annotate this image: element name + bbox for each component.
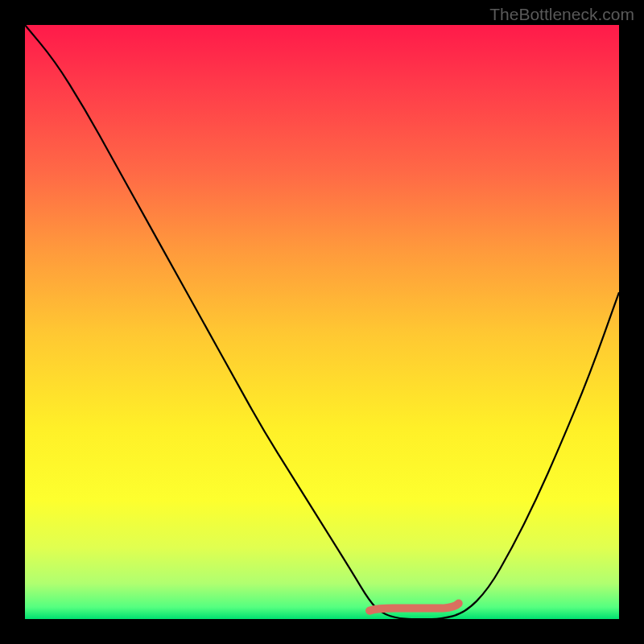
bottleneck-curve xyxy=(25,25,619,619)
optimal-range-highlight xyxy=(369,604,459,611)
attribution-text: TheBottleneck.com xyxy=(489,5,634,24)
chart-svg xyxy=(25,25,619,619)
